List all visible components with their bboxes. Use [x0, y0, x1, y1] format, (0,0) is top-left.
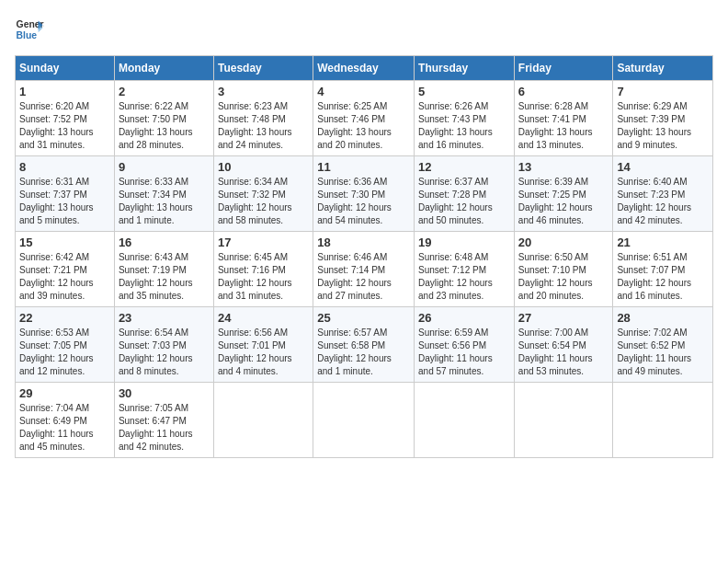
day-number: 9	[119, 160, 210, 174]
day-detail: Sunrise: 6:40 AM Sunset: 7:23 PM Dayligh…	[617, 176, 709, 227]
calendar-header-row: SundayMondayTuesdayWednesdayThursdayFrid…	[16, 56, 713, 81]
day-number: 11	[317, 160, 410, 174]
day-cell-17: 17Sunrise: 6:45 AM Sunset: 7:16 PM Dayli…	[213, 232, 313, 307]
day-number: 29	[19, 386, 110, 400]
day-detail: Sunrise: 6:42 AM Sunset: 7:21 PM Dayligh…	[19, 251, 110, 303]
day-detail: Sunrise: 6:46 AM Sunset: 7:14 PM Dayligh…	[317, 251, 410, 303]
day-detail: Sunrise: 6:33 AM Sunset: 7:34 PM Dayligh…	[119, 176, 210, 227]
day-number: 19	[418, 236, 510, 249]
day-cell-7: 7Sunrise: 6:29 AM Sunset: 7:39 PM Daylig…	[613, 81, 713, 156]
day-detail: Sunrise: 6:54 AM Sunset: 7:03 PM Dayligh…	[119, 327, 210, 378]
day-detail: Sunrise: 6:26 AM Sunset: 7:43 PM Dayligh…	[418, 100, 510, 152]
day-number: 30	[119, 386, 210, 400]
day-number: 27	[518, 311, 609, 325]
day-detail: Sunrise: 6:37 AM Sunset: 7:28 PM Dayligh…	[418, 176, 510, 227]
calendar-week-4: 22Sunrise: 6:53 AM Sunset: 7:05 PM Dayli…	[16, 307, 713, 383]
day-cell-9: 9Sunrise: 6:33 AM Sunset: 7:34 PM Daylig…	[114, 156, 213, 232]
day-cell-29: 29Sunrise: 7:04 AM Sunset: 6:49 PM Dayli…	[16, 383, 115, 458]
day-cell-23: 23Sunrise: 6:54 AM Sunset: 7:03 PM Dayli…	[114, 307, 213, 383]
col-header-saturday: Saturday	[613, 56, 713, 81]
day-cell-8: 8Sunrise: 6:31 AM Sunset: 7:37 PM Daylig…	[16, 156, 115, 232]
day-detail: Sunrise: 7:04 AM Sunset: 6:49 PM Dayligh…	[19, 402, 110, 454]
empty-cell	[213, 383, 313, 458]
day-detail: Sunrise: 6:25 AM Sunset: 7:46 PM Dayligh…	[317, 100, 410, 152]
day-detail: Sunrise: 6:36 AM Sunset: 7:30 PM Dayligh…	[317, 176, 410, 227]
day-number: 8	[19, 160, 110, 174]
day-cell-26: 26Sunrise: 6:59 AM Sunset: 6:56 PM Dayli…	[415, 307, 515, 383]
calendar-week-1: 1Sunrise: 6:20 AM Sunset: 7:52 PM Daylig…	[16, 81, 713, 156]
day-number: 4	[317, 85, 410, 98]
day-number: 17	[218, 236, 309, 249]
day-detail: Sunrise: 7:02 AM Sunset: 6:52 PM Dayligh…	[617, 327, 709, 378]
day-cell-3: 3Sunrise: 6:23 AM Sunset: 7:48 PM Daylig…	[213, 81, 313, 156]
day-cell-25: 25Sunrise: 6:57 AM Sunset: 6:58 PM Dayli…	[313, 307, 415, 383]
day-cell-30: 30Sunrise: 7:05 AM Sunset: 6:47 PM Dayli…	[114, 383, 213, 458]
day-detail: Sunrise: 6:20 AM Sunset: 7:52 PM Dayligh…	[19, 100, 110, 152]
col-header-thursday: Thursday	[415, 56, 515, 81]
empty-cell	[613, 383, 713, 458]
day-number: 13	[518, 160, 609, 174]
day-cell-12: 12Sunrise: 6:37 AM Sunset: 7:28 PM Dayli…	[415, 156, 515, 232]
logo: General Blue	[15, 15, 44, 44]
day-detail: Sunrise: 6:59 AM Sunset: 6:56 PM Dayligh…	[418, 327, 510, 378]
day-detail: Sunrise: 6:28 AM Sunset: 7:41 PM Dayligh…	[518, 100, 609, 152]
day-detail: Sunrise: 6:57 AM Sunset: 6:58 PM Dayligh…	[317, 327, 410, 378]
day-detail: Sunrise: 7:00 AM Sunset: 6:54 PM Dayligh…	[518, 327, 609, 378]
day-detail: Sunrise: 6:23 AM Sunset: 7:48 PM Dayligh…	[218, 100, 309, 152]
day-number: 5	[418, 85, 510, 98]
day-number: 6	[518, 85, 609, 98]
day-number: 15	[19, 236, 110, 249]
day-number: 18	[317, 236, 410, 249]
empty-cell	[415, 383, 515, 458]
day-cell-14: 14Sunrise: 6:40 AM Sunset: 7:23 PM Dayli…	[613, 156, 713, 232]
day-cell-6: 6Sunrise: 6:28 AM Sunset: 7:41 PM Daylig…	[514, 81, 613, 156]
day-detail: Sunrise: 6:51 AM Sunset: 7:07 PM Dayligh…	[617, 251, 709, 303]
day-detail: Sunrise: 6:34 AM Sunset: 7:32 PM Dayligh…	[218, 176, 309, 227]
col-header-tuesday: Tuesday	[213, 56, 313, 81]
day-cell-15: 15Sunrise: 6:42 AM Sunset: 7:21 PM Dayli…	[16, 232, 115, 307]
col-header-sunday: Sunday	[16, 56, 115, 81]
day-cell-19: 19Sunrise: 6:48 AM Sunset: 7:12 PM Dayli…	[415, 232, 515, 307]
day-detail: Sunrise: 6:53 AM Sunset: 7:05 PM Dayligh…	[19, 327, 110, 378]
day-number: 2	[119, 85, 210, 98]
day-number: 1	[19, 85, 110, 98]
logo-icon: General Blue	[15, 15, 44, 44]
day-number: 26	[418, 311, 510, 325]
col-header-monday: Monday	[114, 56, 213, 81]
day-cell-18: 18Sunrise: 6:46 AM Sunset: 7:14 PM Dayli…	[313, 232, 415, 307]
svg-text:Blue: Blue	[17, 30, 38, 40]
day-number: 28	[617, 311, 709, 325]
day-number: 23	[119, 311, 210, 325]
day-number: 25	[317, 311, 410, 325]
day-cell-2: 2Sunrise: 6:22 AM Sunset: 7:50 PM Daylig…	[114, 81, 213, 156]
day-cell-21: 21Sunrise: 6:51 AM Sunset: 7:07 PM Dayli…	[613, 232, 713, 307]
calendar-week-2: 8Sunrise: 6:31 AM Sunset: 7:37 PM Daylig…	[16, 156, 713, 232]
day-cell-20: 20Sunrise: 6:50 AM Sunset: 7:10 PM Dayli…	[514, 232, 613, 307]
day-number: 24	[218, 311, 309, 325]
day-cell-5: 5Sunrise: 6:26 AM Sunset: 7:43 PM Daylig…	[415, 81, 515, 156]
col-header-friday: Friday	[514, 56, 613, 81]
day-cell-24: 24Sunrise: 6:56 AM Sunset: 7:01 PM Dayli…	[213, 307, 313, 383]
day-detail: Sunrise: 6:29 AM Sunset: 7:39 PM Dayligh…	[617, 100, 709, 152]
col-header-wednesday: Wednesday	[313, 56, 415, 81]
day-cell-28: 28Sunrise: 7:02 AM Sunset: 6:52 PM Dayli…	[613, 307, 713, 383]
day-number: 21	[617, 236, 709, 249]
empty-cell	[514, 383, 613, 458]
day-detail: Sunrise: 6:31 AM Sunset: 7:37 PM Dayligh…	[19, 176, 110, 227]
day-detail: Sunrise: 6:43 AM Sunset: 7:19 PM Dayligh…	[119, 251, 210, 303]
calendar-week-5: 29Sunrise: 7:04 AM Sunset: 6:49 PM Dayli…	[16, 383, 713, 458]
day-detail: Sunrise: 7:05 AM Sunset: 6:47 PM Dayligh…	[119, 402, 210, 454]
day-number: 3	[218, 85, 309, 98]
header: General Blue	[15, 15, 713, 44]
day-cell-22: 22Sunrise: 6:53 AM Sunset: 7:05 PM Dayli…	[16, 307, 115, 383]
day-cell-4: 4Sunrise: 6:25 AM Sunset: 7:46 PM Daylig…	[313, 81, 415, 156]
day-number: 12	[418, 160, 510, 174]
day-detail: Sunrise: 6:45 AM Sunset: 7:16 PM Dayligh…	[218, 251, 309, 303]
day-detail: Sunrise: 6:48 AM Sunset: 7:12 PM Dayligh…	[418, 251, 510, 303]
day-detail: Sunrise: 6:22 AM Sunset: 7:50 PM Dayligh…	[119, 100, 210, 152]
day-number: 10	[218, 160, 309, 174]
calendar-week-3: 15Sunrise: 6:42 AM Sunset: 7:21 PM Dayli…	[16, 232, 713, 307]
day-cell-11: 11Sunrise: 6:36 AM Sunset: 7:30 PM Dayli…	[313, 156, 415, 232]
day-number: 7	[617, 85, 709, 98]
day-number: 20	[518, 236, 609, 249]
